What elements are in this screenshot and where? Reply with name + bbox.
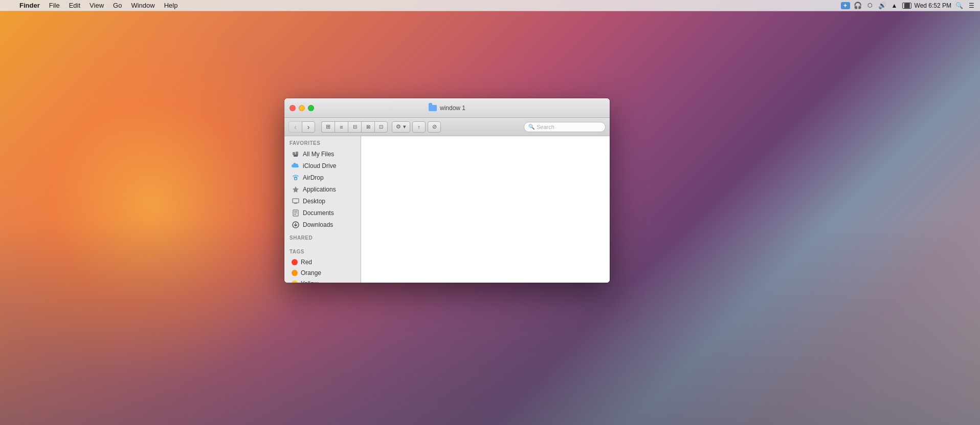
svg-rect-4 <box>293 199 299 203</box>
desktop-icon <box>292 197 300 205</box>
share-icon: ↑ <box>417 124 420 130</box>
svg-rect-2 <box>294 155 298 157</box>
action-button[interactable]: ⚙ ▾ <box>392 121 410 133</box>
list-icon: ≡ <box>340 124 343 130</box>
sidebar-item-airdrop[interactable]: AirDrop <box>286 172 359 183</box>
sidebar-label-icloud: iCloud Drive <box>303 162 336 169</box>
menubar-left: Finder File Edit View Go Window Help <box>4 1 841 10</box>
nav-buttons: ‹ › <box>288 121 315 133</box>
menu-view[interactable]: View <box>85 1 108 10</box>
search-icon: 🔍 <box>528 124 534 130</box>
sidebar-item-icloud-drive[interactable]: iCloud Drive <box>286 160 359 172</box>
sidebar-item-applications[interactable]: Applications <box>286 184 359 195</box>
sidebar-label-applications: Applications <box>303 186 336 193</box>
all-my-files-icon <box>292 150 300 158</box>
airdrop-icon <box>292 174 300 182</box>
label-button[interactable]: ⊘ <box>428 121 441 133</box>
sidebar-item-tag-red[interactable]: Red <box>286 257 359 267</box>
icloud-drive-icon <box>292 162 300 170</box>
orange-tag-dot <box>292 270 298 276</box>
share-button[interactable]: ↑ <box>412 121 426 133</box>
notification-icon[interactable]: ☰ <box>967 1 976 10</box>
applications-icon <box>292 185 300 194</box>
titlebar: window 1 <box>284 98 610 118</box>
tag-label-yellow: Yellow <box>301 280 318 283</box>
view-column-button[interactable]: ⊟ <box>348 121 361 133</box>
svg-rect-7 <box>294 211 297 212</box>
menu-help[interactable]: Help <box>160 1 182 10</box>
menu-window[interactable]: Window <box>127 1 159 10</box>
view-buttons: ⊞ ≡ ⊟ ⊠ ⊡ <box>321 121 388 133</box>
window-title-area: window 1 <box>429 104 465 112</box>
search-placeholder: Search <box>537 124 554 130</box>
sidebar: Favorites All My Files iCloud <box>284 136 361 283</box>
headphones-icon[interactable]: 🎧 <box>853 1 862 10</box>
shared-header: Shared <box>284 231 361 243</box>
close-button[interactable] <box>289 105 296 111</box>
forward-button[interactable]: › <box>302 121 315 133</box>
svg-rect-9 <box>294 214 296 215</box>
downloads-icon <box>292 221 300 229</box>
back-button[interactable]: ‹ <box>288 121 302 133</box>
sidebar-label-downloads: Downloads <box>303 221 333 228</box>
spotlight-icon[interactable]: 🔍 <box>954 1 964 10</box>
battery-icon: ⬛ <box>902 3 911 9</box>
svg-rect-8 <box>294 213 297 214</box>
sidebar-label-documents: Documents <box>303 209 334 217</box>
sidebar-label-airdrop: AirDrop <box>303 174 324 181</box>
main-area: Favorites All My Files iCloud <box>284 136 610 283</box>
sidebar-item-documents[interactable]: Documents <box>286 207 359 219</box>
sidebar-item-desktop[interactable]: Desktop <box>286 196 359 207</box>
airplay-icon[interactable]: ⬡ <box>865 1 875 10</box>
folder-icon <box>429 105 437 111</box>
toolbar: ‹ › ⊞ ≡ ⊟ ⊠ ⊡ ⚙ ▾ <box>284 118 610 136</box>
red-tag-dot <box>292 259 298 265</box>
column-icon: ⊟ <box>353 124 357 130</box>
menubar: Finder File Edit View Go Window Help + 🎧… <box>0 0 980 11</box>
tag-label-red: Red <box>301 259 312 266</box>
grid-icon: ⊞ <box>326 123 330 130</box>
menu-file[interactable]: File <box>45 1 64 10</box>
wifi-icon[interactable]: ▲ <box>890 1 899 10</box>
maximize-button[interactable] <box>308 105 314 111</box>
apple-menu[interactable] <box>4 5 12 6</box>
view-cover-button[interactable]: ⊠ <box>361 121 374 133</box>
sidebar-label-all-my-files: All My Files <box>303 151 334 158</box>
yellow-tag-dot <box>292 281 298 283</box>
tag-label-orange: Orange <box>301 269 321 277</box>
favorites-header: Favorites <box>284 136 361 148</box>
sidebar-item-all-my-files[interactable]: All My Files <box>286 148 359 160</box>
label-icon: ⊘ <box>432 123 437 130</box>
sidebar-item-tag-yellow[interactable]: Yellow <box>286 279 359 283</box>
tags-header: Tags <box>284 245 361 257</box>
forward-icon: › <box>307 123 310 131</box>
view-icon-button[interactable]: ⊞ <box>321 121 335 133</box>
sidebar-item-downloads[interactable]: Downloads <box>286 219 359 230</box>
finder-window: window 1 ‹ › ⊞ ≡ ⊟ ⊠ ⊡ <box>284 98 610 283</box>
svg-point-3 <box>295 178 297 180</box>
action-icon: ⚙ ▾ <box>396 123 406 130</box>
back-icon: ‹ <box>294 123 297 131</box>
sidebar-label-desktop: Desktop <box>303 198 325 205</box>
minimize-button[interactable] <box>299 105 305 111</box>
menu-edit[interactable]: Edit <box>65 1 84 10</box>
menu-finder[interactable]: Finder <box>15 1 44 10</box>
svg-rect-5 <box>294 203 297 204</box>
documents-icon <box>292 209 300 217</box>
sidebar-item-tag-orange[interactable]: Orange <box>286 268 359 278</box>
view-list-button[interactable]: ≡ <box>335 121 348 133</box>
plus-icon[interactable]: + <box>841 2 850 9</box>
cover-icon: ⊠ <box>366 124 370 130</box>
window-title: window 1 <box>440 104 465 112</box>
search-box[interactable]: 🔍 Search <box>524 122 606 132</box>
menubar-right: + 🎧 ⬡ 🔊 ▲ ⬛ Wed 6:52 PM 🔍 ☰ <box>841 1 976 10</box>
clock: Wed 6:52 PM <box>915 2 951 9</box>
content-pane[interactable] <box>361 136 610 283</box>
traffic-lights <box>289 105 314 111</box>
volume-icon[interactable]: 🔊 <box>878 1 887 10</box>
menu-go[interactable]: Go <box>109 1 126 10</box>
group-icon: ⊡ <box>379 124 383 130</box>
view-group-button[interactable]: ⊡ <box>374 121 388 133</box>
